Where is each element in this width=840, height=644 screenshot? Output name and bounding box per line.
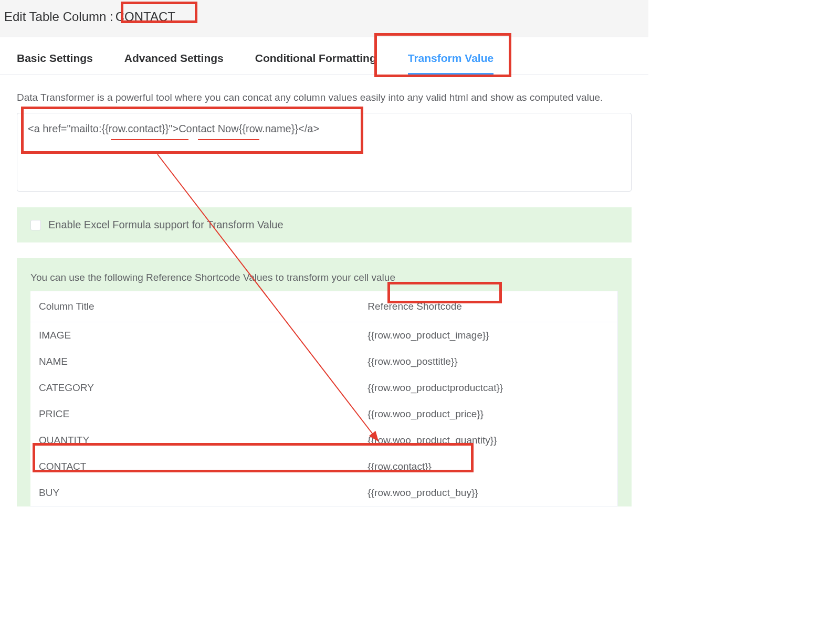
tab-transform-value[interactable]: Transform Value	[408, 52, 494, 75]
page-title: Edit Table Column : CONTACT	[4, 9, 644, 24]
cell-column-title: IMAGE	[30, 322, 359, 349]
tab-basic-settings[interactable]: Basic Settings	[17, 52, 93, 75]
transformer-description: Data Transformer is a powerful tool wher…	[17, 92, 632, 103]
title-column-name: CONTACT	[116, 9, 175, 24]
title-prefix: Edit Table Column :	[4, 9, 113, 24]
cell-column-title: CONTACT	[30, 453, 359, 480]
table-header-column-title: Column Title	[30, 291, 359, 322]
cell-reference-shortcode: {{row.woo_product_price}}	[359, 401, 617, 427]
page-header: Edit Table Column : CONTACT	[0, 0, 648, 37]
cell-reference-shortcode: {{row.woo_product_image}}	[359, 322, 617, 349]
formula-checkbox-label: Enable Excel Formula support for Transfo…	[48, 219, 284, 231]
table-row: NAME{{row.woo_posttitle}}	[30, 349, 618, 375]
tab-content: Data Transformer is a powerful tool wher…	[0, 75, 648, 506]
tab-advanced-settings[interactable]: Advanced Settings	[124, 52, 224, 75]
cell-reference-shortcode: {{row.woo_productproductcat}}	[359, 375, 617, 401]
transform-value-input[interactable]: <a href="mailto:{{row.contact}}">Contact…	[17, 113, 632, 192]
cell-reference-shortcode: {{row.woo_posttitle}}	[359, 349, 617, 375]
shortcode-tbody: IMAGE{{row.woo_product_image}}NAME{{row.…	[30, 322, 618, 506]
reference-section: You can use the following Reference Shor…	[17, 258, 632, 506]
table-row: CATEGORY{{row.woo_productproductcat}}	[30, 375, 618, 401]
cell-column-title: QUANTITY	[30, 427, 359, 453]
transform-value-text: <a href="mailto:{{row.contact}}">Contact…	[28, 123, 621, 135]
tab-conditional-formatting[interactable]: Conditional Formatting	[255, 52, 376, 75]
cell-column-title: BUY	[30, 480, 359, 506]
annotation-underline-2	[198, 139, 259, 140]
cell-reference-shortcode: {{row.woo_product_quantity}}	[359, 427, 617, 453]
table-header-reference-shortcode: Reference Shortcode	[359, 291, 617, 322]
table-row: IMAGE{{row.woo_product_image}}	[30, 322, 618, 349]
table-row: BUY{{row.woo_product_buy}}	[30, 480, 618, 506]
table-row: PRICE{{row.woo_product_price}}	[30, 401, 618, 427]
cell-reference-shortcode: {{row.woo_product_buy}}	[359, 480, 617, 506]
formula-checkbox[interactable]	[30, 220, 41, 230]
reference-intro: You can use the following Reference Shor…	[30, 272, 618, 283]
cell-reference-shortcode: {{row.contact}}	[359, 453, 617, 480]
tabs-nav: Basic Settings Advanced Settings Conditi…	[0, 37, 648, 75]
annotation-underline-1	[111, 139, 188, 140]
table-row: QUANTITY{{row.woo_product_quantity}}	[30, 427, 618, 453]
table-row: CONTACT{{row.contact}}	[30, 453, 618, 480]
cell-column-title: NAME	[30, 349, 359, 375]
shortcode-table: Column Title Reference Shortcode IMAGE{{…	[30, 291, 618, 506]
cell-column-title: CATEGORY	[30, 375, 359, 401]
cell-column-title: PRICE	[30, 401, 359, 427]
formula-support-row: Enable Excel Formula support for Transfo…	[17, 207, 632, 242]
